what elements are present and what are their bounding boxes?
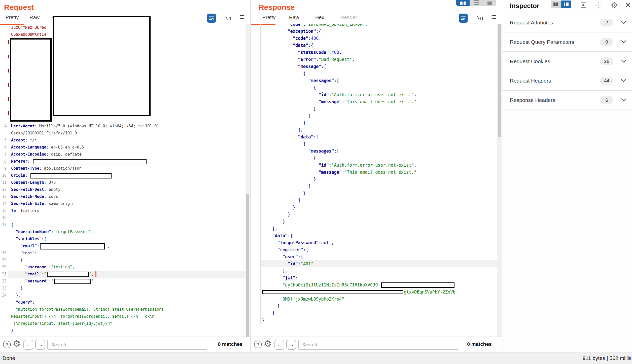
redaction-box: [10, 38, 52, 122]
tab-render[interactable]: Render: [340, 15, 357, 20]
inspector-section-request-cookies[interactable]: Request Cookies28: [502, 52, 632, 71]
status-bar: Done 911 bytes | 562 millis: [0, 352, 632, 364]
search-next-button[interactable]: →: [286, 340, 296, 350]
line-number: [251, 148, 261, 155]
code-line: "id":"Auth.form.error.user.not-exist",: [251, 91, 497, 98]
scrollbar-thumb[interactable]: [498, 24, 501, 137]
line-number: [0, 299, 8, 306]
scrollbar[interactable]: [497, 24, 502, 337]
inspector-close-icon[interactable]: ✕: [625, 1, 631, 9]
search-prev-button[interactable]: ←: [274, 340, 284, 350]
search-settings-icon[interactable]: ⚙: [264, 339, 272, 349]
word-wrap-icon[interactable]: [207, 14, 216, 23]
code-line: "query":: [0, 299, 245, 306]
code-text: Sec-Fetch-Site: same-origin: [8, 200, 245, 207]
word-wrap-icon[interactable]: [459, 14, 468, 23]
inspector-settings-icon[interactable]: ⚙: [611, 0, 618, 10]
line-number: 16: [0, 214, 8, 221]
line-number: [251, 260, 261, 267]
code-text: ]: [261, 197, 497, 204]
layout-rows-button[interactable]: [470, 0, 483, 6]
chevron-down-icon[interactable]: [621, 98, 626, 102]
code-line: }: [251, 119, 497, 126]
search-settings-icon[interactable]: ⚙: [13, 339, 21, 349]
code-text: "messages":[: [261, 77, 497, 84]
search-next-button[interactable]: →: [35, 340, 45, 350]
code-line: 12Sec-Fetch-Dest: empty: [0, 186, 245, 193]
code-text: "message":"This email does not exist.": [261, 98, 497, 105]
tab-hex[interactable]: Hex: [315, 15, 324, 20]
chevron-down-icon[interactable]: [621, 79, 626, 83]
line-number: [251, 232, 261, 239]
code-text: Accept-Language: en-US,en;q=0.5: [8, 144, 245, 151]
inspector-section-request-headers[interactable]: Request Headers44: [502, 71, 632, 91]
code-text: ]: [261, 112, 497, 119]
line-number: [0, 38, 8, 45]
redacted-text-fragment: [52, 107, 52, 110]
code-line: ],: [251, 225, 497, 232]
editor-menu-icon[interactable]: ≡: [491, 12, 496, 22]
expand-all-icon[interactable]: [595, 2, 602, 10]
code-line: 5Accept: */*: [0, 137, 245, 144]
search-input[interactable]: [298, 340, 458, 350]
response-panel-title: Response: [259, 3, 295, 12]
code-line: "forgotPassword":null,: [251, 239, 497, 246]
code-line: "id":"Auth.form.error.user.not-exist",: [251, 162, 497, 169]
redacted-text-fragment: [8, 97, 9, 101]
layout-columns-button[interactable]: [456, 0, 470, 6]
code-line: ],: [251, 126, 497, 133]
code-text: Gecko/20100101 Firefox/101.0: [8, 130, 245, 137]
line-number: [0, 130, 8, 137]
line-number: [251, 112, 261, 119]
response-editor[interactable]: "code":"INTERNAL_SERVER_ERROR", "excepti…: [251, 24, 497, 337]
line-number: [0, 101, 8, 108]
code-text: Accept-Encoding: gzip, deflate: [8, 151, 245, 158]
line-number: [251, 35, 261, 42]
inspector-side-layout-button[interactable]: [551, 1, 561, 8]
line-number: [0, 327, 8, 334]
help-icon[interactable]: ?: [254, 341, 262, 348]
line-number: [251, 310, 261, 317]
scrollbar[interactable]: [245, 24, 250, 337]
line-number: 23: [0, 285, 8, 292]
redaction-box: [262, 290, 403, 294]
inspector-section-request-query-parameters[interactable]: Request Query Parameters0: [502, 32, 632, 52]
code-text: "error":"Bad Request",: [261, 56, 497, 63]
tab-raw[interactable]: Raw: [29, 15, 40, 20]
editor-menu-icon[interactable]: ≡: [239, 12, 244, 22]
line-number: [251, 42, 261, 49]
code-line: 17{: [0, 221, 245, 228]
code-line: "data":{: [251, 232, 497, 239]
code-text: "code":"INTERNAL_SERVER_ERROR",: [261, 24, 497, 28]
collapse-all-icon[interactable]: [580, 2, 587, 10]
tab-pretty[interactable]: Pretty: [6, 15, 19, 20]
chevron-down-icon[interactable]: [621, 40, 626, 44]
code-line: "code":"INTERNAL_SERVER_ERROR",: [251, 24, 497, 28]
chevron-down-icon[interactable]: [621, 59, 626, 64]
line-number: [251, 70, 261, 77]
inspector-wide-layout-button[interactable]: [561, 1, 571, 8]
inspector-section-request-attributes[interactable]: Request Attributes2: [502, 13, 632, 32]
line-number: [251, 303, 261, 310]
line-number: 6: [0, 144, 8, 151]
scrollbar-thumb[interactable]: [246, 194, 249, 337]
code-line: 24 },: [0, 292, 245, 299]
tab-pretty[interactable]: Pretty: [262, 15, 275, 20]
line-number: 14: [0, 200, 8, 207]
inspector-section-response-headers[interactable]: Response Headers6: [502, 91, 632, 110]
request-panel-title: Request: [4, 3, 34, 12]
newline-toggle[interactable]: \n: [225, 15, 231, 21]
chevron-down-icon[interactable]: [621, 20, 626, 25]
tab-raw[interactable]: Raw: [289, 15, 299, 20]
code-line: 23 }: [0, 285, 245, 292]
help-icon[interactable]: ?: [3, 341, 11, 348]
line-number: [251, 140, 261, 148]
code-text: "operationName":"forgotPassword",: [8, 228, 245, 235]
code-text: RegisterInput!) {\n forgotPassword(email…: [8, 313, 245, 320]
newline-toggle[interactable]: \n: [477, 15, 483, 21]
line-number: [0, 108, 8, 116]
search-input[interactable]: [47, 340, 207, 350]
layout-single-button[interactable]: [483, 0, 496, 6]
request-panel: Request PrettyRawHex \n ≡ IuzO4fNezFOLre…: [0, 0, 251, 352]
search-prev-button[interactable]: ←: [23, 340, 33, 350]
